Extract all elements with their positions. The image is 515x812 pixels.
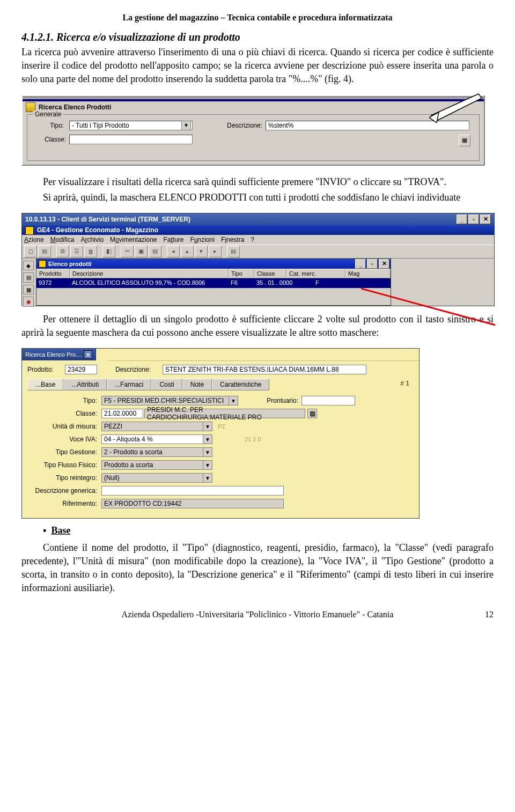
- bullet-base: ▪ Base: [54, 524, 494, 537]
- chevron-down-icon[interactable]: ▼: [203, 473, 212, 483]
- menubar[interactable]: AAzionezione Modifica Archivio Movimenta…: [22, 235, 494, 245]
- label-tipo-gestione: Tipo Gestione:: [27, 448, 101, 456]
- menu-funzioni[interactable]: Funzioni: [190, 236, 215, 243]
- col-classe[interactable]: Classe: [254, 269, 286, 278]
- callout-arrow: [429, 91, 494, 123]
- combo-flusso-value: Prodotto a scorta: [101, 460, 203, 470]
- tool-copy-icon[interactable]: ⧉: [56, 246, 69, 257]
- combo-reintegro[interactable]: (Null) ▼: [101, 473, 212, 483]
- chevron-down-icon[interactable]: ▼: [203, 434, 212, 444]
- callout-red-line: [361, 284, 501, 329]
- inner-minimize-button[interactable]: _: [355, 259, 366, 269]
- label-classe-form: Classe:: [27, 410, 101, 417]
- tool-nav-last-icon[interactable]: ▸: [209, 246, 222, 257]
- maximize-button[interactable]: ▫: [468, 215, 479, 224]
- field-prodotto[interactable]: 23429: [65, 365, 97, 374]
- col-catmerc[interactable]: Cat. merc.: [286, 269, 345, 278]
- tool-save-icon[interactable]: ◧: [102, 246, 115, 257]
- chevron-down-icon[interactable]: ▼: [203, 447, 212, 457]
- tab-farmaci[interactable]: ...Farmaci: [107, 379, 151, 390]
- col-prodotto[interactable]: Prodotto: [36, 269, 70, 278]
- taskbar-chip-close-icon[interactable]: ✕: [84, 350, 92, 359]
- group-label-generale: Generale: [33, 110, 63, 118]
- tab-costi[interactable]: Costi: [151, 379, 182, 390]
- chevron-down-icon[interactable]: ▼: [203, 460, 212, 470]
- field-descrizione[interactable]: STENT ZENITH TRI-FAB ESTENS.ILIACA DIAM.…: [163, 365, 366, 374]
- side-icon-1[interactable]: ◆: [23, 261, 34, 271]
- grid-row-selected[interactable]: 9372 ALCOOL ELITICO ASSOLUTO 99,7% - COD…: [36, 278, 391, 288]
- label-tipo-form: Tipo:: [27, 397, 101, 404]
- tool-paste2-icon[interactable]: ▤: [149, 246, 161, 257]
- tab-caratteristiche[interactable]: Caratteristiche: [212, 379, 269, 390]
- tab-note[interactable]: Note: [182, 379, 212, 390]
- side-icon-4[interactable]: ◉: [23, 297, 34, 307]
- page-number: 12: [485, 610, 494, 619]
- label-um: Unità di misura:: [27, 423, 101, 430]
- side-icon-2[interactable]: ▤: [23, 272, 34, 283]
- tool-cut-icon[interactable]: ✂: [121, 246, 134, 257]
- left-toolbar: ◆ ▤ ▦ ◉: [22, 259, 35, 307]
- menu-archivio[interactable]: Archivio: [80, 236, 104, 243]
- menu-help[interactable]: ?: [251, 236, 254, 243]
- tool-open-icon[interactable]: ▤: [38, 246, 51, 257]
- combo-tipo[interactable]: - Tutti i Tipi Prodotto ▼: [69, 121, 193, 130]
- tabs: ...Base ...Attributi ...Farmaci Costi No…: [27, 379, 414, 390]
- combo-classe[interactable]: [69, 135, 193, 144]
- tool-print-icon[interactable]: ▤: [227, 246, 240, 257]
- label-descrizione: Descrizione:: [227, 122, 262, 129]
- minimize-button[interactable]: _: [457, 215, 467, 224]
- svg-line-2: [361, 289, 495, 325]
- field-classe-code[interactable]: 21.02.0000: [101, 409, 143, 418]
- combo-um-value: PEZZI: [101, 422, 203, 431]
- col-descrizione[interactable]: Descrizione: [70, 269, 229, 278]
- input-descrizione-value: %stent%: [268, 122, 293, 129]
- side-icon-3[interactable]: ▦: [23, 285, 34, 295]
- menu-movimentazione[interactable]: Movimentazione: [110, 236, 157, 243]
- field-prontuario[interactable]: [301, 396, 355, 405]
- menu-modifica[interactable]: Modifica: [50, 236, 75, 243]
- iva-note: 21 2 0: [245, 436, 261, 442]
- tool-paste-icon[interactable]: ▣: [135, 246, 148, 257]
- field-descr-generica[interactable]: [101, 486, 284, 496]
- label-riferimento: Riferimento:: [27, 500, 101, 507]
- label-iva: Voce IVA:: [27, 435, 101, 443]
- tab-base[interactable]: ...Base: [27, 379, 63, 390]
- tool-new-icon[interactable]: ◻: [24, 246, 37, 257]
- tab-attributi[interactable]: ...Attributi: [63, 379, 107, 390]
- close-button[interactable]: ✕: [480, 215, 491, 224]
- tool-list-icon[interactable]: ☰: [70, 246, 83, 257]
- label-tipo: Tipo:: [50, 122, 64, 129]
- chevron-down-icon[interactable]: ▼: [203, 422, 212, 431]
- combo-um[interactable]: PEZZI ▼: [101, 422, 212, 431]
- col-tipo[interactable]: Tipo: [229, 269, 254, 278]
- grid-icon: ▦: [462, 137, 467, 144]
- terminal-window-buttons: _ ▫ ✕: [457, 215, 491, 224]
- inner-title-text: Elenco prodotti: [48, 261, 92, 267]
- lookup-button[interactable]: ▦: [459, 135, 470, 146]
- taskbar-chip[interactable]: Ricerca Elenco Pro… ✕: [22, 349, 96, 360]
- tool-nav-prev-icon[interactable]: ▴: [181, 246, 194, 257]
- combo-tipo-gestione[interactable]: 2 - Prodotto a scorta ▼: [101, 447, 212, 457]
- lookup-classe-button[interactable]: ▦: [307, 409, 317, 418]
- cell-descrizione: ALCOOL ELITICO ASSOLUTO 99,7% - COD.8006: [70, 278, 229, 288]
- figure-product-detail: Ricerca Elenco Pro… ✕ Prodotto: 23429 De…: [21, 348, 420, 519]
- taskbar-chip-label: Ricerca Elenco Pro…: [25, 351, 82, 358]
- menu-finestra[interactable]: Finestra: [221, 236, 244, 243]
- label-flusso: Tipo Flusso Fisico:: [27, 461, 101, 469]
- combo-iva[interactable]: 04 - Aliquota 4 % ▼: [101, 434, 212, 444]
- terminal-titlebar: 10.0.13.13 - Client di Servizi terminal …: [22, 213, 494, 225]
- col-mag[interactable]: Mag: [345, 269, 391, 278]
- combo-tipo-value: - Tutti i Tipi Prodotto: [72, 122, 129, 129]
- inner-maximize-button[interactable]: ▫: [367, 259, 378, 269]
- combo-flusso[interactable]: Prodotto a scorta ▼: [101, 460, 212, 470]
- tool-nav-first-icon[interactable]: ◂: [167, 246, 180, 257]
- chevron-down-icon[interactable]: ▼: [229, 396, 238, 405]
- tool-nav-next-icon[interactable]: ▾: [195, 246, 208, 257]
- chevron-down-icon[interactable]: ▼: [181, 121, 191, 130]
- menu-fatture[interactable]: Fatture: [164, 236, 184, 243]
- combo-tipo-form[interactable]: F5 - PRESIDI MED.CHIR.SPECIALISTICI ▼: [101, 396, 238, 405]
- label-descrizione-form: Descrizione:: [115, 366, 163, 373]
- menu-azione[interactable]: AAzionezione: [24, 236, 44, 243]
- inner-close-button[interactable]: ✕: [379, 259, 389, 269]
- tool-trash-icon[interactable]: 🗑: [84, 246, 97, 257]
